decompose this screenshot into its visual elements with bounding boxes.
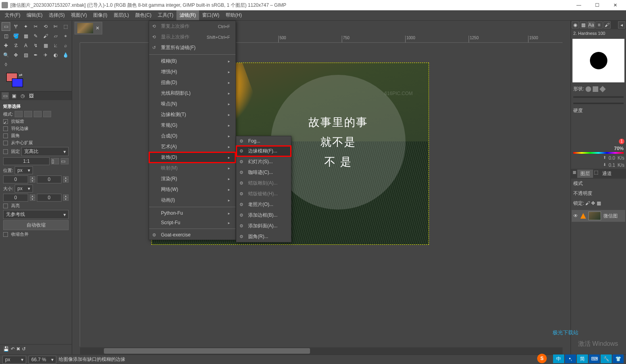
menu-edit[interactable]: 编辑(E) (23, 10, 46, 20)
close-button[interactable]: ✕ (606, 0, 624, 10)
pos-unit[interactable]: px▾ (15, 166, 33, 174)
tool-fuzzy[interactable]: ✦ (21, 22, 30, 31)
ime-keyboard-icon[interactable]: ⌨ (589, 354, 600, 363)
tool-airbrush[interactable]: ✈ (41, 51, 50, 59)
shape-square[interactable] (593, 86, 598, 92)
decor-old-photo[interactable]: ⚙老照片(O)... (236, 199, 291, 210)
ratio-portrait[interactable]: ▯ (51, 158, 59, 164)
delete-options-icon[interactable]: ✖ (16, 346, 20, 352)
tool-bucket[interactable]: 🪣 (11, 32, 20, 40)
maximize-button[interactable]: ☐ (588, 0, 606, 10)
menu-filters[interactable]: 滤镜(R) (176, 10, 199, 20)
size-x[interactable]: 0 (3, 194, 28, 202)
tab-devices[interactable]: ▣ (10, 92, 17, 99)
doc-tab-close-icon[interactable]: ✕ (96, 25, 100, 31)
hue-strip[interactable] (573, 152, 624, 154)
tool-eraser[interactable]: ▱ (51, 32, 60, 40)
save-options-icon[interactable]: 💾 (3, 346, 9, 352)
tab-images[interactable]: 🖼 (28, 92, 35, 99)
pos-x[interactable]: 0 (3, 175, 28, 183)
brush-slider-1[interactable] (571, 94, 626, 100)
ratio-input[interactable]: 1:1 (3, 157, 50, 165)
rtab-fonts[interactable]: Aa (588, 21, 595, 29)
canvas-hscrollbar[interactable] (80, 347, 563, 354)
tool-measure[interactable]: ⟀ (51, 41, 60, 50)
antialias-checkbox[interactable] (3, 119, 8, 124)
rtab-patterns[interactable]: ▦ (580, 21, 587, 29)
tool-freeselect[interactable]: ꖡ (11, 22, 20, 31)
tool-cage[interactable]: ▧ (21, 51, 30, 59)
mode-intersect[interactable] (43, 111, 51, 117)
color-swatch[interactable]: ⇄ (3, 73, 23, 89)
channels-tab-icon[interactable]: ⬚ (594, 170, 598, 178)
filters-generic[interactable]: 常规(G)▸ (149, 120, 235, 131)
tool-rect-select[interactable]: ▭ (2, 22, 10, 31)
hscroll-thumb[interactable] (104, 348, 310, 354)
fixed-dropdown[interactable]: 宽高比▾ (21, 147, 69, 156)
minimize-button[interactable]: — (570, 0, 588, 10)
ime-simplified[interactable]: 简 (577, 354, 588, 363)
tool-dodge[interactable]: ◐ (51, 51, 60, 59)
decor-coffee[interactable]: ⚙咖啡迹(C)... (236, 167, 291, 178)
channels-tab[interactable]: 通道 (599, 170, 615, 178)
reset-options-icon[interactable]: ↺ (22, 346, 26, 352)
rtab-brushes[interactable]: ◉ (572, 21, 579, 29)
tool-warp[interactable]: ◫ (2, 32, 10, 40)
menu-layer[interactable]: 图层(L) (111, 10, 132, 20)
restore-options-icon[interactable]: ↶ (11, 346, 15, 352)
tool-path[interactable]: ↯ (31, 41, 40, 50)
auto-shrink-button[interactable]: 自动收缩 (3, 220, 69, 230)
decor-fuzzy-border[interactable]: ⚙边缘模糊(F)... (236, 146, 291, 156)
ime-lang[interactable]: 中 (553, 354, 564, 363)
mode-replace[interactable] (15, 111, 23, 117)
tool-picker[interactable]: ⌕ (61, 41, 70, 50)
tool-rotate[interactable]: ⟲ (41, 22, 50, 31)
tool-scissors[interactable]: ✄ (51, 22, 60, 31)
filters-enhance[interactable]: 增强(H)▸ (149, 67, 235, 77)
size-y[interactable]: 0 (37, 194, 62, 202)
swap-colors-icon[interactable]: ⇄ (19, 73, 22, 77)
menu-window[interactable]: 窗口(W) (199, 10, 222, 20)
tool-text[interactable]: A (21, 41, 30, 50)
filters-artistic[interactable]: 艺术(A)▸ (149, 141, 235, 152)
filters-noise[interactable]: 噪点(N)▸ (149, 99, 235, 109)
tool-gradient[interactable]: ▦ (21, 32, 30, 40)
menu-image[interactable]: 图像(I) (90, 10, 110, 20)
lock-pixels-icon[interactable]: 🖌 (585, 200, 590, 206)
filters-combine[interactable]: 合成(O)▸ (149, 131, 235, 141)
sogou-ime-icon[interactable]: S (537, 354, 547, 363)
brush-slider-2[interactable] (571, 100, 626, 107)
tool-ink[interactable]: ✒ (31, 51, 40, 59)
decor-add-border[interactable]: ⚙添加边框(B)... (236, 210, 291, 221)
status-zoom[interactable]: 66.7 %▾ (29, 356, 56, 364)
fixed-checkbox[interactable] (3, 149, 8, 154)
tab-tool-options[interactable]: ▭ (2, 92, 9, 99)
menu-color[interactable]: 颜色(C) (132, 10, 155, 20)
menu-help[interactable]: 帮助(H) (222, 10, 245, 20)
ime-punct[interactable]: •, (565, 354, 576, 363)
filters-animation[interactable]: 动画(I)▸ (149, 195, 235, 206)
decor-slide[interactable]: ⚙幻灯片(S)... (236, 156, 291, 167)
layers-tab-icon[interactable]: ≣ (572, 170, 576, 178)
notification-badge[interactable]: 1 (619, 139, 624, 144)
rtab-paint[interactable]: 🖌 (603, 21, 611, 29)
ime-skin-icon[interactable]: 👕 (613, 354, 624, 363)
feather-checkbox[interactable] (3, 126, 8, 131)
status-unit[interactable]: px▾ (2, 356, 26, 364)
expand-center-checkbox[interactable] (3, 141, 8, 145)
mode-subtract[interactable] (34, 111, 42, 117)
filters-light[interactable]: 光线和阴影(L)▸ (149, 88, 235, 99)
filters-reset[interactable]: ↺重置所有滤镜(F) (149, 42, 235, 53)
tool-align[interactable]: ▦ (41, 41, 50, 50)
decor-fog[interactable]: ⚙Fog... (236, 136, 291, 146)
layer-name[interactable]: 微信图 (603, 213, 618, 219)
rtab-history[interactable]: ≡ (595, 21, 603, 29)
shape-diamond[interactable] (599, 86, 606, 92)
menu-tools[interactable]: 工具(T) (155, 10, 176, 20)
tool-heal[interactable]: ✚ (2, 41, 10, 50)
shrink-merged-checkbox[interactable] (3, 232, 8, 237)
tool-clone[interactable]: ⌖ (61, 32, 70, 40)
tool-brush[interactable]: 🖌 (41, 32, 50, 40)
filters-pythonfu[interactable]: Python-Fu▸ (149, 208, 235, 218)
decor-round-corners[interactable]: ⚙圆角(R)... (236, 231, 291, 242)
